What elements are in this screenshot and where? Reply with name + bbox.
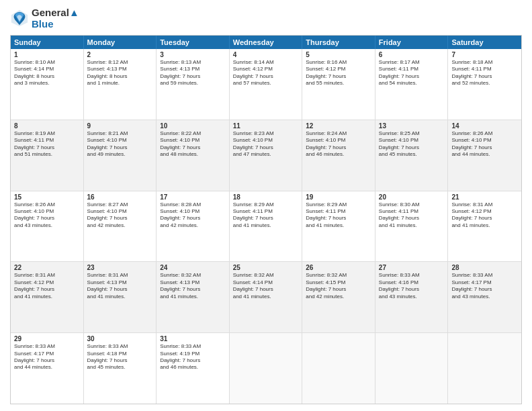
cal-cell: 17Sunrise: 8:28 AMSunset: 4:10 PMDayligh… xyxy=(157,191,230,262)
cell-info: Sunrise: 8:23 AMSunset: 4:10 PMDaylight:… xyxy=(233,130,299,158)
week-row-4: 22Sunrise: 8:31 AMSunset: 4:12 PMDayligh… xyxy=(11,261,521,332)
cell-info: Sunrise: 8:19 AMSunset: 4:11 PMDaylight:… xyxy=(14,130,80,158)
day-number: 7 xyxy=(451,51,518,58)
cell-info: Sunrise: 8:32 AMSunset: 4:15 PMDaylight:… xyxy=(306,272,371,300)
day-number: 24 xyxy=(160,264,226,271)
cell-info: Sunrise: 8:31 AMSunset: 4:13 PMDaylight:… xyxy=(87,272,153,300)
header-day-sunday: Sunday xyxy=(11,36,84,49)
cal-cell: 9Sunrise: 8:21 AMSunset: 4:10 PMDaylight… xyxy=(84,120,157,191)
cal-cell: 30Sunrise: 8:33 AMSunset: 4:18 PMDayligh… xyxy=(84,333,157,404)
day-number: 22 xyxy=(14,264,80,271)
header: General▲ Blue xyxy=(10,7,522,30)
day-number: 13 xyxy=(379,122,445,130)
cell-info: Sunrise: 8:29 AMSunset: 4:11 PMDaylight:… xyxy=(233,201,299,230)
cal-cell: 5Sunrise: 8:16 AMSunset: 4:12 PMDaylight… xyxy=(302,49,375,120)
cal-cell xyxy=(375,333,449,404)
cal-cell xyxy=(448,333,521,404)
week-row-2: 8Sunrise: 8:19 AMSunset: 4:11 PMDaylight… xyxy=(11,120,521,191)
header-day-saturday: Saturday xyxy=(448,36,521,49)
cal-cell: 22Sunrise: 8:31 AMSunset: 4:12 PMDayligh… xyxy=(11,262,84,332)
cal-cell: 8Sunrise: 8:19 AMSunset: 4:11 PMDaylight… xyxy=(11,120,84,191)
cal-cell: 28Sunrise: 8:33 AMSunset: 4:17 PMDayligh… xyxy=(448,262,521,332)
day-number: 21 xyxy=(451,193,518,201)
day-number: 17 xyxy=(160,193,226,201)
cal-cell: 23Sunrise: 8:31 AMSunset: 4:13 PMDayligh… xyxy=(84,262,157,332)
logo-icon xyxy=(10,9,29,28)
cal-cell: 26Sunrise: 8:32 AMSunset: 4:15 PMDayligh… xyxy=(302,262,375,332)
cal-cell: 18Sunrise: 8:29 AMSunset: 4:11 PMDayligh… xyxy=(230,191,303,262)
day-number: 25 xyxy=(233,264,299,271)
cal-cell: 25Sunrise: 8:32 AMSunset: 4:14 PMDayligh… xyxy=(230,262,303,332)
cal-cell: 31Sunrise: 8:33 AMSunset: 4:19 PMDayligh… xyxy=(157,333,230,404)
cal-cell: 7Sunrise: 8:18 AMSunset: 4:11 PMDaylight… xyxy=(448,49,521,120)
day-number: 2 xyxy=(87,51,153,58)
cal-cell: 20Sunrise: 8:30 AMSunset: 4:11 PMDayligh… xyxy=(375,191,449,262)
day-number: 23 xyxy=(87,264,153,271)
cell-info: Sunrise: 8:17 AMSunset: 4:11 PMDaylight:… xyxy=(379,59,445,87)
cell-info: Sunrise: 8:33 AMSunset: 4:17 PMDaylight:… xyxy=(14,343,80,371)
header-day-thursday: Thursday xyxy=(302,36,375,49)
cal-cell: 12Sunrise: 8:24 AMSunset: 4:10 PMDayligh… xyxy=(302,120,375,191)
day-number: 5 xyxy=(306,51,371,58)
cell-info: Sunrise: 8:22 AMSunset: 4:10 PMDaylight:… xyxy=(160,130,226,158)
cal-cell: 15Sunrise: 8:26 AMSunset: 4:10 PMDayligh… xyxy=(11,191,84,262)
day-number: 14 xyxy=(451,122,518,130)
day-number: 26 xyxy=(306,264,371,271)
cal-cell: 27Sunrise: 8:33 AMSunset: 4:16 PMDayligh… xyxy=(375,262,449,332)
cell-info: Sunrise: 8:28 AMSunset: 4:10 PMDaylight:… xyxy=(160,201,226,230)
day-number: 31 xyxy=(160,335,226,342)
day-number: 18 xyxy=(233,193,299,201)
cal-cell xyxy=(302,333,375,404)
cell-info: Sunrise: 8:26 AMSunset: 4:10 PMDaylight:… xyxy=(14,201,80,230)
day-number: 27 xyxy=(379,264,445,271)
day-number: 4 xyxy=(233,51,299,58)
day-number: 6 xyxy=(379,51,445,58)
cell-info: Sunrise: 8:29 AMSunset: 4:11 PMDaylight:… xyxy=(306,201,371,230)
cal-cell: 14Sunrise: 8:26 AMSunset: 4:10 PMDayligh… xyxy=(448,120,521,191)
cal-cell: 11Sunrise: 8:23 AMSunset: 4:10 PMDayligh… xyxy=(230,120,303,191)
header-day-friday: Friday xyxy=(375,36,449,49)
day-number: 3 xyxy=(160,51,226,58)
cell-info: Sunrise: 8:10 AMSunset: 4:14 PMDaylight:… xyxy=(14,59,80,87)
cal-cell: 3Sunrise: 8:13 AMSunset: 4:13 PMDaylight… xyxy=(157,49,230,120)
day-number: 1 xyxy=(14,51,80,58)
cal-cell: 10Sunrise: 8:22 AMSunset: 4:10 PMDayligh… xyxy=(157,120,230,191)
cal-cell: 21Sunrise: 8:31 AMSunset: 4:12 PMDayligh… xyxy=(448,191,521,262)
calendar: SundayMondayTuesdayWednesdayThursdayFrid… xyxy=(10,35,522,404)
header-day-wednesday: Wednesday xyxy=(230,36,303,49)
cal-cell: 2Sunrise: 8:12 AMSunset: 4:13 PMDaylight… xyxy=(84,49,157,120)
logo-text: General▲ Blue xyxy=(32,7,79,30)
day-number: 10 xyxy=(160,122,226,130)
day-number: 29 xyxy=(14,335,80,342)
week-row-3: 15Sunrise: 8:26 AMSunset: 4:10 PMDayligh… xyxy=(11,191,521,262)
cell-info: Sunrise: 8:31 AMSunset: 4:12 PMDaylight:… xyxy=(451,201,518,230)
day-number: 28 xyxy=(451,264,518,271)
cell-info: Sunrise: 8:26 AMSunset: 4:10 PMDaylight:… xyxy=(451,130,518,158)
cell-info: Sunrise: 8:25 AMSunset: 4:10 PMDaylight:… xyxy=(379,130,445,158)
cell-info: Sunrise: 8:13 AMSunset: 4:13 PMDaylight:… xyxy=(160,59,226,87)
cell-info: Sunrise: 8:18 AMSunset: 4:11 PMDaylight:… xyxy=(451,59,518,87)
cal-cell: 1Sunrise: 8:10 AMSunset: 4:14 PMDaylight… xyxy=(11,49,84,120)
cell-info: Sunrise: 8:32 AMSunset: 4:14 PMDaylight:… xyxy=(233,272,299,300)
day-number: 9 xyxy=(87,122,153,130)
day-number: 12 xyxy=(306,122,371,130)
day-number: 19 xyxy=(306,193,371,201)
cell-info: Sunrise: 8:31 AMSunset: 4:12 PMDaylight:… xyxy=(14,272,80,300)
cell-info: Sunrise: 8:21 AMSunset: 4:10 PMDaylight:… xyxy=(87,130,153,158)
cell-info: Sunrise: 8:33 AMSunset: 4:19 PMDaylight:… xyxy=(160,343,226,371)
cal-cell: 19Sunrise: 8:29 AMSunset: 4:11 PMDayligh… xyxy=(302,191,375,262)
week-row-5: 29Sunrise: 8:33 AMSunset: 4:17 PMDayligh… xyxy=(11,332,521,404)
cal-cell xyxy=(230,333,303,404)
cell-info: Sunrise: 8:24 AMSunset: 4:10 PMDaylight:… xyxy=(306,130,371,158)
day-number: 8 xyxy=(14,122,80,130)
cal-cell: 24Sunrise: 8:32 AMSunset: 4:13 PMDayligh… xyxy=(157,262,230,332)
day-number: 20 xyxy=(379,193,445,201)
cal-cell: 29Sunrise: 8:33 AMSunset: 4:17 PMDayligh… xyxy=(11,333,84,404)
calendar-header: SundayMondayTuesdayWednesdayThursdayFrid… xyxy=(11,36,521,49)
logo: General▲ Blue xyxy=(10,7,79,30)
cell-info: Sunrise: 8:33 AMSunset: 4:18 PMDaylight:… xyxy=(87,343,153,371)
cal-cell: 13Sunrise: 8:25 AMSunset: 4:10 PMDayligh… xyxy=(375,120,449,191)
cal-cell: 4Sunrise: 8:14 AMSunset: 4:12 PMDaylight… xyxy=(230,49,303,120)
day-number: 11 xyxy=(233,122,299,130)
week-row-1: 1Sunrise: 8:10 AMSunset: 4:14 PMDaylight… xyxy=(11,49,521,120)
